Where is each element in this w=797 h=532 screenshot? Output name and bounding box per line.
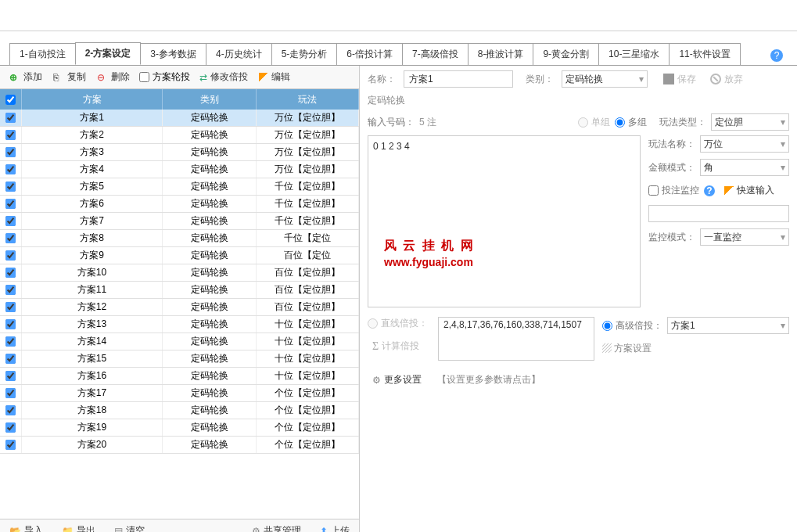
row-checkbox-cell[interactable] (0, 419, 22, 436)
row-checkbox[interactable] (5, 302, 16, 312)
table-row[interactable]: 方案7定码轮换千位【定位胆】 (0, 213, 359, 230)
tab-5[interactable]: 6-倍投计算 (336, 43, 403, 65)
header-category[interactable]: 类别 (163, 89, 257, 110)
table-row[interactable]: 方案10定码轮换百位【定位胆】 (0, 264, 359, 282)
table-row[interactable]: 方案9定码轮换百位【定位 (0, 247, 359, 264)
table-row[interactable]: 方案8定码轮换千位【定位 (0, 230, 359, 247)
tab-3[interactable]: 4-历史统计 (206, 43, 272, 65)
delete-button[interactable]: ⊖ 删除 (92, 69, 135, 85)
row-checkbox-cell[interactable] (0, 316, 22, 332)
edit-button[interactable]: 编辑 (254, 69, 295, 85)
table-row[interactable]: 方案1定码轮换万位【定位胆】 (0, 110, 359, 127)
table-row[interactable]: 方案6定码轮换千位【定位胆】 (0, 196, 359, 213)
tab-4[interactable]: 5-走势分析 (271, 43, 338, 65)
amount-mode-select[interactable]: 角 (700, 159, 789, 176)
tab-10[interactable]: 11-软件设置 (669, 43, 740, 65)
row-checkbox[interactable] (5, 405, 16, 415)
row-checkbox-cell[interactable] (0, 178, 22, 195)
discard-button[interactable]: 放弃 (705, 71, 748, 88)
row-checkbox-cell[interactable] (0, 144, 22, 160)
row-checkbox-cell[interactable] (0, 196, 22, 212)
row-checkbox-cell[interactable] (0, 350, 22, 367)
tab-8[interactable]: 9-黄金分割 (533, 43, 599, 65)
table-row[interactable]: 方案12定码轮换百位【定位胆】 (0, 299, 359, 316)
rotate-checkbox-wrap[interactable]: 方案轮投 (139, 70, 190, 84)
cat-select[interactable]: 定码轮换 (562, 70, 648, 88)
table-row[interactable]: 方案4定码轮换万位【定位胆】 (0, 161, 359, 178)
row-checkbox[interactable] (5, 285, 16, 295)
row-checkbox[interactable] (5, 440, 16, 450)
table-row[interactable]: 方案3定码轮换万位【定位胆】 (0, 144, 359, 161)
row-checkbox[interactable] (5, 147, 16, 157)
row-checkbox-cell[interactable] (0, 264, 22, 281)
row-checkbox[interactable] (5, 388, 16, 398)
row-checkbox-cell[interactable] (0, 333, 22, 350)
header-plan[interactable]: 方案 (22, 89, 163, 110)
import-button[interactable]: 📂导入 (5, 523, 48, 532)
monitor-input[interactable] (648, 205, 789, 222)
row-checkbox[interactable] (5, 199, 16, 209)
table-row[interactable]: 方案5定码轮换千位【定位胆】 (0, 178, 359, 196)
row-checkbox[interactable] (5, 164, 16, 174)
adv-mult-radio-wrap[interactable]: 高级倍投： (602, 319, 662, 332)
table-row[interactable]: 方案15定码轮换十位【定位胆】 (0, 350, 359, 368)
modify-mult-button[interactable]: ⇄ 修改倍投 (195, 69, 253, 85)
tab-0[interactable]: 1-自动投注 (9, 43, 76, 65)
row-checkbox[interactable] (5, 268, 16, 278)
row-checkbox-cell[interactable] (0, 230, 22, 246)
row-checkbox-cell[interactable] (0, 402, 22, 419)
quick-input-button[interactable]: 快速输入 (720, 182, 779, 199)
clear-button[interactable]: ▤清空 (109, 523, 149, 532)
monitor-mode-select[interactable]: 一直监控 (700, 228, 789, 246)
row-checkbox[interactable] (5, 336, 16, 347)
name-input[interactable] (404, 70, 513, 88)
play-type-select[interactable]: 定位胆 (711, 113, 789, 131)
row-checkbox[interactable] (5, 319, 16, 329)
help-small-icon[interactable]: ? (704, 185, 715, 196)
adv-mult-radio[interactable] (602, 321, 612, 331)
export-button[interactable]: 📁导出 (57, 523, 100, 532)
select-all-checkbox[interactable] (5, 95, 16, 105)
tab-6[interactable]: 7-高级倍投 (402, 43, 469, 65)
row-checkbox[interactable] (5, 130, 16, 140)
row-checkbox-cell[interactable] (0, 110, 22, 126)
add-button[interactable]: ⊕ 添加 (5, 69, 47, 85)
adv-mult-select[interactable]: 方案1 (667, 317, 789, 334)
multi-radio[interactable] (615, 117, 625, 128)
plan-settings-link[interactable]: ▨ 方案设置 (602, 342, 789, 355)
save-button[interactable]: 保存 (659, 71, 701, 88)
help-icon[interactable]: ? (770, 49, 783, 62)
row-checkbox-cell[interactable] (0, 161, 22, 178)
table-row[interactable]: 方案13定码轮换十位【定位胆】 (0, 316, 359, 333)
tab-9[interactable]: 10-三星缩水 (598, 43, 670, 65)
table-row[interactable]: 方案16定码轮换十位【定位胆】 (0, 368, 359, 385)
row-checkbox[interactable] (5, 233, 16, 243)
numbers-textarea[interactable]: 0 1 2 3 4 风 云 挂 机 网 www.fyguaji.com (368, 135, 641, 307)
row-checkbox-cell[interactable] (0, 247, 22, 264)
more-settings-button[interactable]: 更多设置 (368, 372, 426, 388)
tab-1[interactable]: 2-方案设定 (75, 42, 142, 65)
upload-button[interactable]: ⬆上传 (315, 523, 354, 532)
row-checkbox[interactable] (5, 354, 16, 364)
bet-monitor-wrap[interactable]: 投注监控 (648, 184, 699, 197)
row-checkbox-cell[interactable] (0, 299, 22, 315)
table-row[interactable]: 方案20定码轮换个位【定位胆】 (0, 437, 359, 454)
header-checkbox-cell[interactable] (0, 89, 22, 110)
row-checkbox-cell[interactable] (0, 282, 22, 298)
tab-2[interactable]: 3-参考数据 (140, 43, 206, 65)
row-checkbox[interactable] (5, 371, 16, 381)
row-checkbox-cell[interactable] (0, 385, 22, 401)
table-row[interactable]: 方案2定码轮换万位【定位胆】 (0, 127, 359, 144)
row-checkbox[interactable] (5, 113, 16, 123)
header-play[interactable]: 玩法 (257, 89, 359, 110)
row-checkbox-cell[interactable] (0, 437, 22, 453)
row-checkbox[interactable] (5, 250, 16, 261)
play-name-select[interactable]: 万位 (700, 135, 789, 153)
share-button[interactable]: 共享管理 (247, 523, 306, 532)
tab-7[interactable]: 8-推波计算 (468, 43, 534, 65)
rotate-checkbox[interactable] (139, 72, 149, 82)
row-checkbox[interactable] (5, 422, 16, 433)
multi-radio-wrap[interactable]: 多组 (615, 116, 647, 129)
row-checkbox[interactable] (5, 182, 16, 192)
table-row[interactable]: 方案14定码轮换十位【定位胆】 (0, 333, 359, 350)
